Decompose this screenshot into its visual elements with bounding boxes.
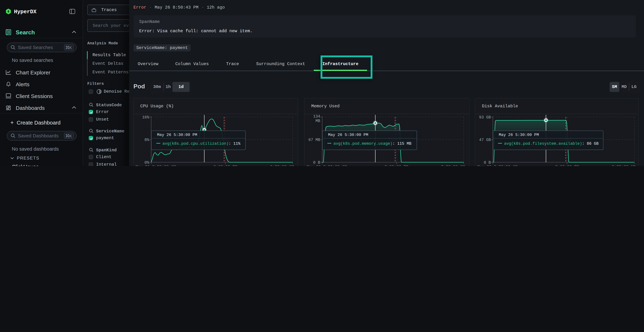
- svg-text:0 B: 0 B: [313, 160, 320, 165]
- svg-text:8%: 8%: [144, 138, 149, 142]
- svg-text:67 MB: 67 MB: [308, 138, 320, 142]
- svg-text:134: 134: [313, 114, 320, 119]
- svg-text:May 26 8:30:00 AM: May 26 8:30:00 AM: [136, 165, 176, 166]
- svg-text:May 26 5:30:00 PM: May 26 5:30:00 PM: [499, 133, 539, 137]
- svg-text:avg(k8s.pod.filesystem.availab: avg(k8s.pod.filesystem.available): 86 GB: [504, 142, 598, 146]
- svg-text:16%: 16%: [142, 115, 149, 120]
- svg-text:9:00:00 PM: 9:00:00 PM: [555, 165, 579, 166]
- svg-text:avg(k8s.pod.cpu.utilization):: avg(k8s.pod.cpu.utilization): 11%: [162, 142, 240, 146]
- svg-text:0%: 0%: [144, 160, 149, 165]
- svg-text:47 GB: 47 GB: [479, 138, 491, 142]
- svg-text:9:00:00 PM: 9:00:00 PM: [214, 165, 237, 166]
- svg-text:May 26 5:30:00 PM: May 26 5:30:00 PM: [157, 133, 197, 137]
- svg-text:9:00:00 PM: 9:00:00 PM: [384, 165, 408, 166]
- svg-text:8:30:00 AM: 8:30:00 AM: [270, 165, 294, 166]
- svg-text:MB: MB: [316, 119, 320, 123]
- svg-text:0 B: 0 B: [484, 160, 491, 165]
- svg-text:93 GB: 93 GB: [479, 115, 491, 120]
- svg-text:avg(k8s.pod.memory.usage): 115: avg(k8s.pod.memory.usage): 115 MB: [334, 142, 412, 146]
- svg-text:8:30:00 AM: 8:30:00 AM: [441, 165, 465, 166]
- svg-text:May 26 8:30:00 AM: May 26 8:30:00 AM: [477, 165, 517, 166]
- svg-text:May 26 8:30:00 AM: May 26 8:30:00 AM: [306, 165, 347, 166]
- svg-text:8:30:00 AM: 8:30:00 AM: [612, 165, 636, 166]
- svg-text:May 26 5:30:00 PM: May 26 5:30:00 PM: [328, 133, 368, 137]
